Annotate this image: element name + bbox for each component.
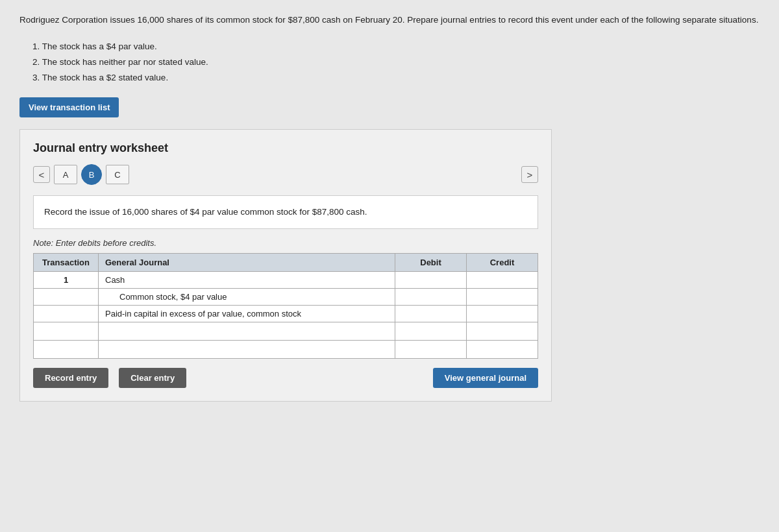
journal-entry-cell-4[interactable] bbox=[99, 322, 395, 341]
view-general-journal-button[interactable]: View general journal bbox=[433, 368, 538, 388]
col-header-credit: Credit bbox=[467, 254, 538, 272]
conditions-list: 1. The stock has a $4 par value. 2. The … bbox=[32, 39, 760, 86]
transaction-number-5 bbox=[34, 341, 99, 359]
journal-entry-cell: Cash bbox=[99, 272, 395, 289]
table-row-empty-1 bbox=[34, 322, 538, 341]
worksheet-title: Journal entry worksheet bbox=[33, 141, 538, 155]
journal-entry-cell-3: Paid-in capital in excess of par value, … bbox=[99, 306, 395, 322]
debit-input-cell-1[interactable] bbox=[395, 272, 467, 289]
tab-c[interactable]: C bbox=[106, 165, 129, 184]
debit-input-cell-3[interactable] bbox=[395, 306, 467, 322]
credit-input-2[interactable] bbox=[473, 292, 525, 302]
transaction-number-3 bbox=[34, 306, 99, 322]
transaction-number: 1 bbox=[34, 272, 99, 289]
credit-input-cell-2[interactable] bbox=[467, 289, 538, 306]
task-description: Record the issue of 16,000 shares of $4 … bbox=[33, 195, 538, 229]
journal-entry-worksheet: Journal entry worksheet < A B C > Record… bbox=[19, 129, 552, 402]
table-row-empty-2 bbox=[34, 341, 538, 359]
note-text: Note: Enter debits before credits. bbox=[33, 238, 538, 248]
journal-entry-indent: Common stock, $4 par value bbox=[105, 292, 227, 302]
journal-input-5[interactable] bbox=[105, 345, 360, 354]
credit-input-4[interactable] bbox=[473, 326, 525, 336]
col-header-debit: Debit bbox=[395, 254, 467, 272]
tab-b[interactable]: B bbox=[81, 164, 102, 185]
debit-input-4[interactable] bbox=[402, 326, 454, 336]
journal-entry-cell-2: Common stock, $4 par value bbox=[99, 289, 395, 306]
journal-input-4[interactable] bbox=[105, 326, 360, 336]
credit-input-cell-5[interactable] bbox=[467, 341, 538, 359]
credit-input-1[interactable] bbox=[473, 275, 525, 285]
credit-input-cell-1[interactable] bbox=[467, 272, 538, 289]
credit-input-5[interactable] bbox=[473, 345, 525, 354]
tab-navigation-row: < A B C > bbox=[33, 164, 538, 185]
col-header-journal: General Journal bbox=[99, 254, 395, 272]
table-row: Common stock, $4 par value bbox=[34, 289, 538, 306]
credit-input-cell-3[interactable] bbox=[467, 306, 538, 322]
view-transaction-list-button[interactable]: View transaction list bbox=[19, 97, 119, 117]
col-header-transaction: Transaction bbox=[34, 254, 99, 272]
journal-table: Transaction General Journal Debit Credit… bbox=[33, 253, 538, 359]
problem-description: Rodriguez Corporation issues 16,000 shar… bbox=[19, 13, 760, 27]
debit-input-1[interactable] bbox=[402, 275, 454, 285]
bottom-buttons-row: Record entry Clear entry View general jo… bbox=[33, 368, 538, 388]
condition-1: 1. The stock has a $4 par value. bbox=[32, 39, 760, 54]
debit-input-cell-2[interactable] bbox=[395, 289, 467, 306]
debit-input-cell-4[interactable] bbox=[395, 322, 467, 341]
record-entry-button[interactable]: Record entry bbox=[33, 368, 108, 388]
debit-input-cell-5[interactable] bbox=[395, 341, 467, 359]
debit-input-2[interactable] bbox=[402, 292, 454, 302]
table-row: Paid-in capital in excess of par value, … bbox=[34, 306, 538, 322]
transaction-number-4 bbox=[34, 322, 99, 341]
condition-2: 2. The stock has neither par nor stated … bbox=[32, 54, 760, 70]
debit-input-3[interactable] bbox=[402, 309, 454, 319]
tab-a[interactable]: A bbox=[54, 165, 77, 184]
clear-entry-button[interactable]: Clear entry bbox=[119, 368, 186, 388]
table-row: 1 Cash bbox=[34, 272, 538, 289]
condition-3: 3. The stock has a $2 stated value. bbox=[32, 70, 760, 86]
credit-input-3[interactable] bbox=[473, 309, 525, 319]
credit-input-cell-4[interactable] bbox=[467, 322, 538, 341]
debit-input-5[interactable] bbox=[402, 345, 454, 354]
transaction-number-2 bbox=[34, 289, 99, 306]
journal-entry-cell-5[interactable] bbox=[99, 341, 395, 359]
next-tab-button[interactable]: > bbox=[521, 166, 538, 183]
prev-tab-button[interactable]: < bbox=[33, 166, 50, 183]
